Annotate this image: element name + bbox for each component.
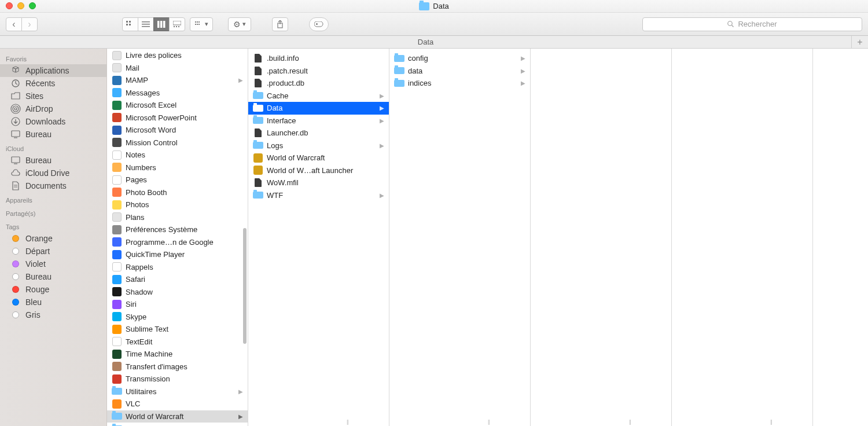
forward-button[interactable]: › — [21, 17, 38, 31]
column-item[interactable]: WoW.mfil — [248, 177, 389, 189]
column-item[interactable]: Transmission — [107, 373, 248, 385]
column[interactable]: Livre des policesMailMAMP▶MessagesMicros… — [107, 49, 248, 426]
sidebar-item[interactable]: Bureau — [0, 128, 106, 141]
app-icon — [112, 350, 122, 359]
column-item[interactable]: Photo Booth — [107, 186, 248, 199]
share-button[interactable] — [272, 17, 288, 31]
column-item[interactable]: Sublime Text — [107, 323, 248, 336]
column[interactable]: config▶data▶indices▶ — [389, 49, 531, 426]
sidebar-item[interactable]: Sites — [0, 90, 106, 102]
sidebar-item[interactable]: Documents — [0, 179, 106, 192]
back-button[interactable]: ‹ — [6, 17, 22, 31]
column-item[interactable]: Mission Control — [107, 137, 248, 149]
column-item[interactable]: Siri — [107, 298, 248, 311]
app-icon — [112, 138, 122, 147]
column-view-button[interactable] — [153, 17, 170, 31]
close-window-button[interactable] — [6, 2, 13, 9]
column-item[interactable]: Microsoft PowerPoint — [107, 112, 248, 124]
column-resize-handle[interactable]: || — [629, 419, 631, 425]
column-item[interactable]: Rappels — [107, 261, 248, 274]
sidebar-item[interactable]: Downloads — [0, 115, 106, 128]
column-item[interactable]: Livre des polices — [107, 49, 248, 62]
column-item[interactable]: Transfert d'images — [107, 361, 248, 373]
sidebar-item[interactable]: AirDrop — [0, 102, 106, 115]
column-item[interactable]: Microsoft Word — [107, 124, 248, 137]
svg-rect-2 — [126, 24, 128, 25]
column[interactable] — [531, 49, 672, 426]
search-field[interactable]: Rechercher — [642, 17, 862, 31]
column-item[interactable]: World of Warcraft▶ — [107, 410, 248, 423]
column-item[interactable]: MAMP▶ — [107, 74, 248, 87]
sidebar-item[interactable]: Violet — [0, 258, 106, 270]
svg-rect-32 — [12, 157, 20, 163]
column-item[interactable]: Safari — [107, 273, 248, 286]
column-item[interactable]: Mail — [107, 62, 248, 75]
column-item[interactable]: Time Machine — [107, 348, 248, 361]
fullscreen-window-button[interactable] — [29, 2, 36, 9]
tag-icon — [10, 298, 21, 307]
list-view-button[interactable] — [138, 17, 154, 31]
svg-rect-30 — [12, 131, 20, 137]
column-item[interactable]: config▶ — [389, 52, 530, 65]
column-item[interactable]: .patch.result — [248, 65, 389, 78]
column-item[interactable]: indices▶ — [389, 77, 530, 90]
folder-icon — [253, 116, 263, 125]
sidebar-item[interactable]: Gris — [0, 309, 106, 321]
column-item[interactable]: Microsoft Excel — [107, 99, 248, 112]
minimize-window-button[interactable] — [17, 2, 24, 9]
sidebar-item[interactable]: Orange — [0, 232, 106, 245]
column-resize-handle[interactable]: || — [347, 419, 348, 425]
column-item[interactable]: Logs▶ — [248, 139, 389, 152]
column-item[interactable]: TextEdit — [107, 336, 248, 348]
sidebar-item[interactable]: Départ — [0, 245, 106, 258]
column-item[interactable]: Data▶ — [248, 102, 389, 115]
column-item[interactable]: World of Warcraft — [248, 152, 389, 164]
chevron-right-icon: ▶ — [521, 68, 525, 74]
sidebar-item[interactable]: Récents — [0, 77, 106, 90]
column-item[interactable]: Plans — [107, 211, 248, 224]
column-resize-handle[interactable]: || — [488, 419, 490, 425]
column-item[interactable]: Photos — [107, 199, 248, 211]
action-button[interactable]: ⚙▾ — [228, 17, 251, 31]
tags-button[interactable] — [309, 17, 329, 31]
column-item[interactable]: World of W…aft Launcher — [248, 164, 389, 177]
sidebar-item[interactable]: Bureau — [0, 154, 106, 167]
column-item[interactable]: .product.db — [248, 77, 389, 90]
column-item[interactable]: Utilitaires▶ — [107, 385, 248, 398]
column-item[interactable]: data▶ — [389, 65, 530, 78]
column-item[interactable]: Programme…n de Google — [107, 236, 248, 249]
sidebar-item[interactable]: Applications — [0, 64, 106, 77]
column-item[interactable]: World of Warcraft Beta▶ — [107, 423, 248, 426]
column-item[interactable]: Préférences Système — [107, 223, 248, 236]
column-item[interactable]: QuickTime Player — [107, 248, 248, 261]
gallery-view-button[interactable] — [169, 17, 185, 31]
column-item[interactable]: .build.info — [248, 52, 389, 65]
sidebar-item[interactable]: Rouge — [0, 283, 106, 296]
new-tab-button[interactable]: + — [852, 36, 868, 48]
sidebar-item[interactable]: iCloud Drive — [0, 167, 106, 179]
column-item[interactable]: WTF▶ — [248, 189, 389, 202]
icon-view-button[interactable] — [122, 17, 138, 31]
scrollbar[interactable] — [243, 228, 247, 344]
arrange-button[interactable]: ▾ — [190, 17, 213, 31]
column-item[interactable]: VLC — [107, 398, 248, 410]
column-item[interactable]: Skype — [107, 311, 248, 324]
column-resize-handle[interactable]: || — [770, 419, 772, 425]
column-item[interactable]: Messages — [107, 87, 248, 100]
column-item[interactable]: Pages — [107, 174, 248, 186]
column-item[interactable]: Cache▶ — [248, 90, 389, 102]
column-item[interactable]: Interface▶ — [248, 115, 389, 127]
app-icon — [112, 63, 122, 72]
column-item[interactable]: Launcher.db — [248, 127, 389, 139]
column[interactable] — [672, 49, 813, 426]
sidebar-item[interactable]: Bureau — [0, 270, 106, 283]
column-item[interactable]: Shadow — [107, 286, 248, 299]
column-item[interactable]: Numbers — [107, 161, 248, 174]
sidebar-item-label: Gris — [25, 310, 41, 320]
sidebar-item[interactable]: Bleu — [0, 296, 106, 309]
column-item[interactable]: Notes — [107, 149, 248, 161]
tab-data[interactable]: Data — [0, 36, 852, 48]
column[interactable]: .build.info.patch.result.product.dbCache… — [248, 49, 389, 426]
svg-rect-17 — [195, 24, 196, 25]
app-icon — [253, 166, 263, 175]
